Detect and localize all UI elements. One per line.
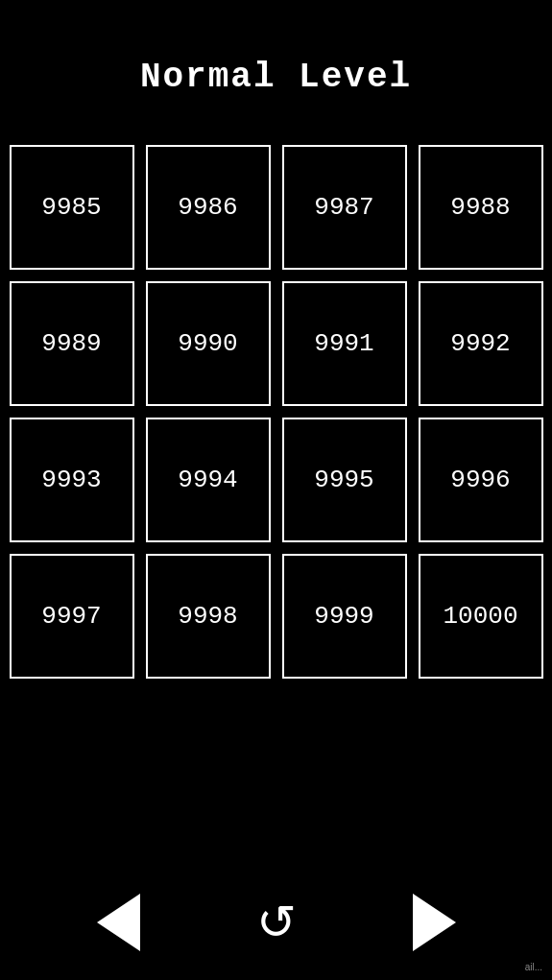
refresh-button[interactable]: ↻ — [256, 898, 297, 946]
title-area: Normal Level — [140, 58, 412, 97]
levels-grid: 9985998699879988998999909991999299939994… — [0, 145, 552, 679]
level-number: 9993 — [41, 466, 101, 494]
refresh-icon: ↻ — [256, 898, 297, 946]
level-number: 9987 — [314, 193, 373, 222]
bottom-navigation: ↻ — [0, 894, 552, 951]
watermark: ail... — [525, 962, 542, 972]
forward-icon — [413, 894, 456, 951]
level-number: 9990 — [178, 329, 237, 358]
level-number: 9999 — [314, 602, 373, 631]
level-cell[interactable]: 9997 — [10, 554, 134, 679]
level-number: 9989 — [41, 329, 101, 358]
level-number: 9986 — [178, 193, 237, 222]
level-number: 9991 — [314, 329, 373, 358]
back-icon — [97, 894, 140, 951]
level-cell[interactable]: 9991 — [282, 281, 407, 406]
level-number: 9998 — [178, 602, 237, 631]
level-number: 9994 — [178, 466, 237, 494]
level-number: 9995 — [314, 466, 373, 494]
level-cell[interactable]: 9999 — [282, 554, 407, 679]
level-cell[interactable]: 9994 — [146, 418, 271, 542]
level-cell[interactable]: 9989 — [10, 281, 134, 406]
level-number: 9985 — [41, 193, 101, 222]
level-cell[interactable]: 9992 — [419, 281, 543, 406]
forward-button[interactable] — [413, 894, 456, 951]
level-cell[interactable]: 9990 — [146, 281, 271, 406]
level-number: 9997 — [41, 602, 101, 631]
level-cell[interactable]: 9996 — [419, 418, 543, 542]
level-cell[interactable]: 9988 — [419, 145, 543, 270]
level-cell[interactable]: 9986 — [146, 145, 271, 270]
level-cell[interactable]: 9985 — [10, 145, 134, 270]
back-button[interactable] — [97, 894, 140, 951]
level-number: 9988 — [450, 193, 510, 222]
level-cell[interactable]: 9987 — [282, 145, 407, 270]
level-cell[interactable]: 9993 — [10, 418, 134, 542]
level-cell[interactable]: 9998 — [146, 554, 271, 679]
level-number: 10000 — [443, 602, 517, 631]
level-cell[interactable]: 9995 — [282, 418, 407, 542]
level-number: 9992 — [450, 329, 510, 358]
page-title: Normal Level — [140, 58, 412, 97]
level-number: 9996 — [450, 466, 510, 494]
level-cell[interactable]: 10000 — [419, 554, 543, 679]
